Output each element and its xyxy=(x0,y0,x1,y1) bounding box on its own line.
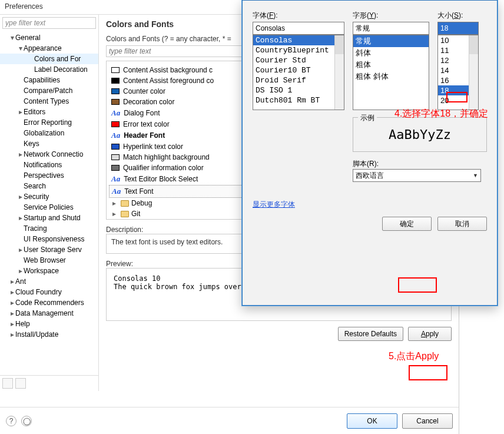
font-option[interactable]: Droid Serif xyxy=(253,75,344,85)
style-option[interactable]: 常规 xyxy=(353,35,429,47)
style-option[interactable]: 粗体 斜体 xyxy=(353,71,429,82)
tree-item[interactable]: ▸Ant xyxy=(0,276,98,287)
tree-item[interactable]: ▸Data Management xyxy=(0,308,98,319)
tree-item[interactable]: ▸Workspace xyxy=(0,266,98,276)
tree-item[interactable]: Web Browser xyxy=(0,255,98,266)
tree-item[interactable]: Service Policies xyxy=(0,202,98,213)
tree-item[interactable]: Globalization xyxy=(0,128,98,138)
tree-item[interactable]: Perspectives xyxy=(0,170,98,181)
chevron-down-icon: ▼ xyxy=(473,173,478,178)
help-icon[interactable]: ? xyxy=(6,416,16,426)
filter-text-input[interactable] xyxy=(2,17,96,29)
style-input[interactable] xyxy=(353,22,429,35)
folder-icon xyxy=(121,200,129,207)
cancel-button[interactable]: Cancel xyxy=(402,413,453,429)
script-value: 西欧语言 xyxy=(356,171,384,181)
more-fonts-link[interactable]: 显示更多字体 xyxy=(253,200,295,210)
dialog-footer: ? ◯ OK Cancel xyxy=(0,407,459,434)
font-option[interactable]: DS ISO 1 xyxy=(253,85,344,95)
tree-item[interactable]: Tracing xyxy=(0,223,98,234)
size-label: 大小(S): xyxy=(437,11,479,21)
tree-item[interactable]: ▸User Storage Serv xyxy=(0,244,98,255)
sidebar: ▾General▾AppearanceColors and ForLabel D… xyxy=(0,15,99,391)
font-dialog: 字体(F): ConsolasCountryBlueprintCourier S… xyxy=(241,0,498,306)
tree-item[interactable]: ▸Cloud Foundry xyxy=(0,287,98,297)
size-input[interactable] xyxy=(437,22,479,35)
ok-button[interactable]: OK xyxy=(347,413,397,429)
tree-item[interactable]: ▸Network Connectio xyxy=(0,149,98,160)
font-input[interactable] xyxy=(253,22,344,35)
font-icon: Aa xyxy=(111,174,120,184)
font-option[interactable]: CountryBlueprint xyxy=(253,45,344,55)
tree-item[interactable]: Colors and For xyxy=(0,54,98,64)
progress-icon: ◯ xyxy=(21,416,32,426)
color-swatch xyxy=(111,78,120,84)
tree-item[interactable]: ▸Security xyxy=(0,191,98,202)
tree-item[interactable]: ▸Install/Update xyxy=(0,329,98,340)
scrollbar[interactable] xyxy=(334,35,344,110)
tree-item[interactable]: Notifications xyxy=(0,160,98,170)
apply-button[interactable]: Apply xyxy=(408,327,452,341)
tree-item[interactable]: ▸Code Recommenders xyxy=(0,297,98,308)
back-button[interactable] xyxy=(2,378,13,389)
font-icon: Aa xyxy=(112,187,121,196)
tree-item[interactable]: Search xyxy=(0,181,98,191)
font-label: 字体(F): xyxy=(253,11,344,21)
script-label: 脚本(R): xyxy=(353,160,379,168)
color-swatch xyxy=(111,165,120,171)
size-listbox[interactable]: 10111214161820 xyxy=(437,35,479,110)
style-label: 字形(Y): xyxy=(353,11,429,21)
font-option[interactable]: Dutch801 Rm BT xyxy=(253,95,344,105)
tree-item[interactable]: ▸Startup and Shutd xyxy=(0,213,98,223)
sample-label: 示例 xyxy=(358,113,377,123)
color-swatch xyxy=(111,121,120,127)
scrollbar[interactable] xyxy=(469,35,478,110)
font-icon: Aa xyxy=(111,108,120,118)
script-select[interactable]: 西欧语言 ▼ xyxy=(353,169,481,182)
font-option[interactable]: Courier10 BT xyxy=(253,65,344,75)
style-listbox[interactable]: 常规斜体粗体粗体 斜体 xyxy=(353,35,429,110)
tree-item[interactable]: ▾Appearance xyxy=(0,43,98,54)
tree-item[interactable]: ▸Editors xyxy=(0,107,98,117)
tree-item[interactable]: Compare/Patch xyxy=(0,85,98,96)
style-option[interactable]: 粗体 xyxy=(353,59,429,71)
tree-item[interactable]: Keys xyxy=(0,138,98,149)
sample-text: AaBbYyZz xyxy=(353,127,486,142)
tree-item[interactable]: Error Reporting xyxy=(0,117,98,128)
color-swatch xyxy=(111,154,120,160)
font-option[interactable]: Courier Std xyxy=(253,55,344,65)
color-swatch xyxy=(111,67,120,73)
sample-group: 示例 AaBbYyZz xyxy=(353,117,487,152)
tree-item[interactable]: Capabilities xyxy=(0,75,98,85)
font-icon: Aa xyxy=(111,131,120,140)
font-option[interactable]: Consolas xyxy=(253,35,344,45)
tree-item[interactable]: UI Responsiveness xyxy=(0,234,98,244)
color-swatch xyxy=(111,144,120,150)
font-cancel-button[interactable]: 取消 xyxy=(437,217,487,231)
tree-item[interactable]: ▾General xyxy=(0,32,98,43)
color-swatch xyxy=(111,88,120,94)
font-listbox[interactable]: ConsolasCountryBlueprintCourier StdCouri… xyxy=(253,35,344,110)
tree-item[interactable]: Label Decoration xyxy=(0,64,98,75)
tree-item[interactable]: Content Types xyxy=(0,96,98,107)
preferences-tree[interactable]: ▾General▾AppearanceColors and ForLabel D… xyxy=(0,31,98,375)
font-ok-button[interactable]: 确定 xyxy=(382,217,432,231)
style-option[interactable]: 斜体 xyxy=(353,47,429,59)
tree-item[interactable]: ▸Help xyxy=(0,319,98,329)
restore-defaults-button[interactable]: Restore Defaults xyxy=(338,327,403,341)
forward-button[interactable] xyxy=(15,378,26,389)
folder-icon xyxy=(121,211,129,217)
color-swatch xyxy=(111,99,120,105)
